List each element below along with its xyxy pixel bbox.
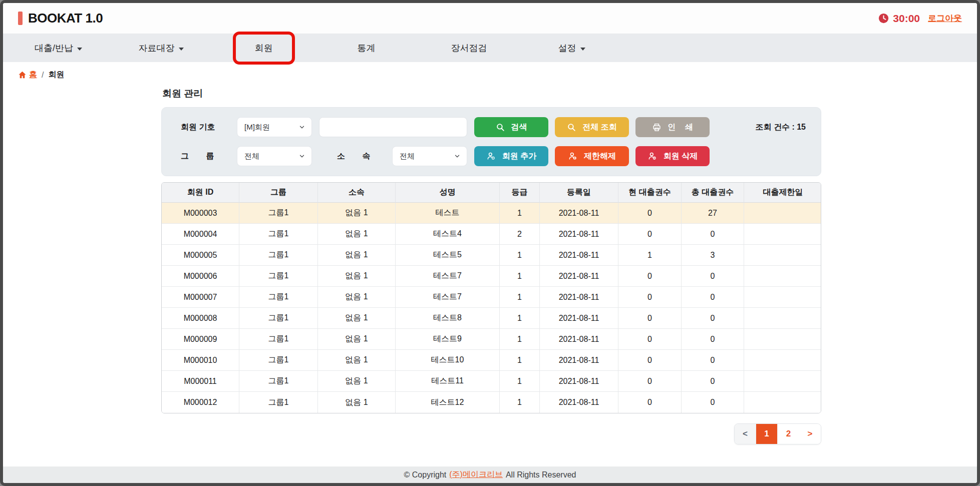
search-button[interactable]: 검색 (474, 117, 548, 137)
nav-item-members[interactable]: 회원 (212, 34, 315, 62)
table-row[interactable]: M000005그룹1없음 1테스트512021-08-1113 (162, 245, 821, 266)
page-button-2[interactable]: 2 (778, 424, 799, 444)
table-cell[interactable]: 테스트7 (396, 287, 500, 308)
table-cell[interactable]: 없음 1 (318, 371, 396, 392)
table-cell[interactable]: M000012 (162, 392, 239, 413)
table-cell[interactable]: M000003 (162, 203, 239, 224)
table-cell[interactable]: 그룹1 (239, 224, 318, 245)
table-cell[interactable]: M000008 (162, 308, 239, 329)
table-cell[interactable]: 없음 1 (318, 266, 396, 287)
table-cell[interactable] (744, 392, 821, 413)
table-cell[interactable]: 0 (682, 308, 744, 329)
table-row[interactable]: M000003그룹1없음 1테스트12021-08-11027 (162, 203, 821, 224)
table-cell[interactable]: 0 (682, 392, 744, 413)
table-cell[interactable]: 3 (682, 245, 744, 266)
table-cell[interactable]: 1 (500, 392, 540, 413)
table-cell[interactable]: 0 (618, 224, 682, 245)
table-cell[interactable]: 2021-08-11 (540, 203, 618, 224)
nav-item-loans[interactable]: 대출/반납 (7, 34, 110, 62)
table-cell[interactable]: 테스트8 (396, 308, 500, 329)
table-cell[interactable]: 0 (618, 329, 682, 350)
table-cell[interactable]: 2021-08-11 (540, 308, 618, 329)
column-header[interactable]: 회원 ID (162, 183, 239, 203)
table-cell[interactable]: 1 (500, 245, 540, 266)
table-cell[interactable]: 1 (500, 308, 540, 329)
table-cell[interactable]: 그룹1 (239, 329, 318, 350)
column-header[interactable]: 등급 (500, 183, 540, 203)
table-cell[interactable] (744, 245, 821, 266)
prev-page-button[interactable]: < (735, 424, 756, 444)
table-cell[interactable]: 0 (682, 371, 744, 392)
table-cell[interactable]: 없음 1 (318, 287, 396, 308)
table-cell[interactable]: 0 (682, 287, 744, 308)
logout-link[interactable]: 로그아웃 (928, 13, 962, 24)
table-cell[interactable]: 그룹1 (239, 350, 318, 371)
lift-restriction-button[interactable]: 제한해제 (555, 146, 629, 166)
table-cell[interactable] (744, 266, 821, 287)
table-cell[interactable]: 0 (618, 392, 682, 413)
page-button-1[interactable]: 1 (756, 424, 778, 444)
table-cell[interactable]: 테스트7 (396, 266, 500, 287)
table-cell[interactable]: 테스트9 (396, 329, 500, 350)
table-cell[interactable]: 없음 1 (318, 224, 396, 245)
table-cell[interactable]: 0 (618, 308, 682, 329)
column-header[interactable]: 성명 (396, 183, 500, 203)
table-cell[interactable]: 없음 1 (318, 203, 396, 224)
table-cell[interactable]: 없음 1 (318, 245, 396, 266)
table-cell[interactable]: 0 (682, 329, 744, 350)
view-all-button[interactable]: 전체 조회 (555, 117, 629, 137)
table-cell[interactable]: 1 (500, 329, 540, 350)
table-cell[interactable]: 2021-08-11 (540, 287, 618, 308)
table-cell[interactable]: 0 (682, 350, 744, 371)
group-select[interactable]: 전체 (237, 146, 312, 166)
table-row[interactable]: M000010그룹1없음 1테스트1012021-08-1100 (162, 350, 821, 371)
table-cell[interactable]: 그룹1 (239, 371, 318, 392)
table-cell[interactable]: 없음 1 (318, 329, 396, 350)
table-row[interactable]: M000007그룹1없음 1테스트712021-08-1100 (162, 287, 821, 308)
table-cell[interactable]: 테스트4 (396, 224, 500, 245)
table-cell[interactable]: 2021-08-11 (540, 266, 618, 287)
table-cell[interactable]: M000006 (162, 266, 239, 287)
table-cell[interactable] (744, 203, 821, 224)
table-cell[interactable]: 1 (500, 203, 540, 224)
table-cell[interactable]: 0 (618, 266, 682, 287)
breadcrumb-home-link[interactable]: 홈 (18, 70, 37, 80)
table-cell[interactable]: 2021-08-11 (540, 350, 618, 371)
nav-item-settings[interactable]: 설정 (520, 34, 623, 62)
table-row[interactable]: M000006그룹1없음 1테스트712021-08-1100 (162, 266, 821, 287)
table-cell[interactable]: M000010 (162, 350, 239, 371)
column-header[interactable]: 총 대출권수 (682, 183, 744, 203)
table-cell[interactable]: 없음 1 (318, 308, 396, 329)
table-cell[interactable]: 테스트11 (396, 371, 500, 392)
table-row[interactable]: M000004그룹1없음 1테스트422021-08-1100 (162, 224, 821, 245)
table-cell[interactable]: 0 (618, 287, 682, 308)
table-cell[interactable]: 0 (618, 371, 682, 392)
table-cell[interactable]: 그룹1 (239, 203, 318, 224)
table-cell[interactable] (744, 329, 821, 350)
table-cell[interactable]: 0 (618, 350, 682, 371)
table-cell[interactable]: 0 (682, 224, 744, 245)
table-cell[interactable]: 없음 1 (318, 350, 396, 371)
table-cell[interactable]: 그룹1 (239, 245, 318, 266)
table-cell[interactable]: 테스트12 (396, 392, 500, 413)
table-cell[interactable]: M000005 (162, 245, 239, 266)
table-row[interactable]: M000012그룹1없음 1테스트1212021-08-1100 (162, 392, 821, 413)
table-cell[interactable]: 2021-08-11 (540, 245, 618, 266)
table-cell[interactable]: 27 (682, 203, 744, 224)
table-cell[interactable]: 1 (500, 350, 540, 371)
column-header[interactable]: 현 대출권수 (618, 183, 682, 203)
table-cell[interactable]: 1 (618, 245, 682, 266)
table-row[interactable]: M000008그룹1없음 1테스트812021-08-1100 (162, 308, 821, 329)
column-header[interactable]: 대출제한일 (744, 183, 821, 203)
table-cell[interactable]: 2021-08-11 (540, 371, 618, 392)
table-cell[interactable]: 2021-08-11 (540, 392, 618, 413)
table-cell[interactable]: 테스트5 (396, 245, 500, 266)
table-cell[interactable]: 2 (500, 224, 540, 245)
table-cell[interactable]: 2021-08-11 (540, 224, 618, 245)
affiliation-select[interactable]: 전체 (392, 146, 467, 166)
table-cell[interactable]: 0 (618, 203, 682, 224)
table-cell[interactable]: M000004 (162, 224, 239, 245)
search-keyword-input[interactable] (319, 117, 467, 137)
table-cell[interactable] (744, 308, 821, 329)
table-cell[interactable] (744, 350, 821, 371)
